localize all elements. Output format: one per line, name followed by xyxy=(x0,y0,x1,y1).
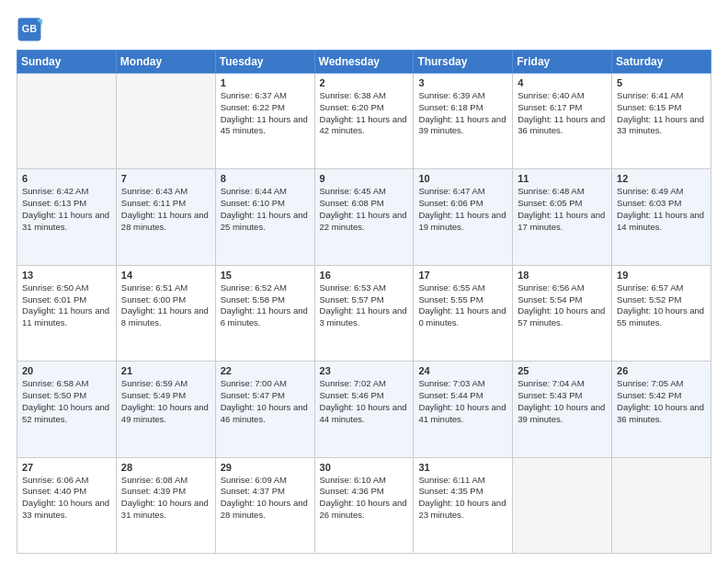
calendar-week-2: 6Sunrise: 6:42 AMSunset: 6:13 PMDaylight… xyxy=(17,169,711,265)
calendar-cell: 16Sunrise: 6:53 AMSunset: 5:57 PMDayligh… xyxy=(314,265,414,361)
sunrise-text: Sunrise: 6:50 AM xyxy=(22,282,111,294)
calendar-header-thursday: Thursday xyxy=(414,51,513,74)
calendar-cell: 15Sunrise: 6:52 AMSunset: 5:58 PMDayligh… xyxy=(215,265,314,361)
day-number: 2 xyxy=(320,77,409,88)
calendar-header-sunday: Sunday xyxy=(17,51,117,74)
calendar-cell: 13Sunrise: 6:50 AMSunset: 6:01 PMDayligh… xyxy=(17,265,117,361)
sunrise-text: Sunrise: 6:55 AM xyxy=(418,282,507,294)
sunset-text: Sunset: 6:15 PM xyxy=(617,102,706,114)
daylight-text: Daylight: 10 hours and 41 minutes. xyxy=(418,402,507,426)
sunrise-text: Sunrise: 7:05 AM xyxy=(617,378,706,390)
daylight-text: Daylight: 11 hours and 28 minutes. xyxy=(121,210,210,234)
sunrise-text: Sunrise: 6:06 AM xyxy=(22,475,111,487)
day-number: 7 xyxy=(121,173,210,184)
sunrise-text: Sunrise: 6:45 AM xyxy=(320,186,409,198)
calendar-week-1: 1Sunrise: 6:37 AMSunset: 6:22 PMDaylight… xyxy=(17,74,711,169)
daylight-text: Daylight: 11 hours and 6 minutes. xyxy=(221,305,310,329)
daylight-text: Daylight: 11 hours and 17 minutes. xyxy=(518,210,607,234)
calendar-cell: 5Sunrise: 6:41 AMSunset: 6:15 PMDaylight… xyxy=(612,74,711,169)
logo-icon: GB xyxy=(17,17,42,42)
day-number: 18 xyxy=(518,270,607,281)
day-number: 12 xyxy=(617,173,706,184)
calendar-week-4: 20Sunrise: 6:58 AMSunset: 5:50 PMDayligh… xyxy=(17,362,711,457)
daylight-text: Daylight: 11 hours and 31 minutes. xyxy=(22,210,111,234)
calendar-cell: 7Sunrise: 6:43 AMSunset: 6:11 PMDaylight… xyxy=(116,169,215,265)
sunrise-text: Sunrise: 6:57 AM xyxy=(617,282,706,294)
sunset-text: Sunset: 5:43 PM xyxy=(518,390,607,402)
sunset-text: Sunset: 5:58 PM xyxy=(221,294,310,306)
sunrise-text: Sunrise: 7:00 AM xyxy=(221,378,310,390)
sunset-text: Sunset: 6:06 PM xyxy=(418,198,507,210)
sunrise-text: Sunrise: 6:48 AM xyxy=(518,186,607,198)
daylight-text: Daylight: 11 hours and 22 minutes. xyxy=(320,210,409,234)
day-number: 25 xyxy=(518,365,607,376)
day-number: 19 xyxy=(617,270,706,281)
calendar-cell xyxy=(612,457,711,553)
calendar-cell: 31Sunrise: 6:11 AMSunset: 4:35 PMDayligh… xyxy=(414,457,513,553)
sunrise-text: Sunrise: 6:11 AM xyxy=(418,475,507,487)
daylight-text: Daylight: 10 hours and 55 minutes. xyxy=(617,305,706,329)
svg-text:GB: GB xyxy=(22,23,37,34)
calendar-cell: 19Sunrise: 6:57 AMSunset: 5:52 PMDayligh… xyxy=(612,265,711,361)
daylight-text: Daylight: 10 hours and 57 minutes. xyxy=(518,305,607,329)
sunrise-text: Sunrise: 6:43 AM xyxy=(121,186,210,198)
sunset-text: Sunset: 6:08 PM xyxy=(320,198,409,210)
calendar-cell: 25Sunrise: 7:04 AMSunset: 5:43 PMDayligh… xyxy=(513,362,612,457)
calendar-cell: 30Sunrise: 6:10 AMSunset: 4:36 PMDayligh… xyxy=(314,457,414,553)
sunrise-text: Sunrise: 6:08 AM xyxy=(121,475,210,487)
sunrise-text: Sunrise: 6:59 AM xyxy=(121,378,210,390)
sunrise-text: Sunrise: 6:52 AM xyxy=(221,282,310,294)
calendar-week-3: 13Sunrise: 6:50 AMSunset: 6:01 PMDayligh… xyxy=(17,265,711,361)
day-number: 8 xyxy=(221,173,310,184)
sunrise-text: Sunrise: 6:49 AM xyxy=(617,186,706,198)
sunset-text: Sunset: 4:36 PM xyxy=(320,486,409,498)
calendar-header-wednesday: Wednesday xyxy=(314,51,414,74)
sunset-text: Sunset: 5:44 PM xyxy=(418,390,507,402)
sunset-text: Sunset: 5:57 PM xyxy=(320,294,409,306)
calendar-header-row: SundayMondayTuesdayWednesdayThursdayFrid… xyxy=(17,51,711,74)
calendar-cell: 29Sunrise: 6:09 AMSunset: 4:37 PMDayligh… xyxy=(215,457,314,553)
calendar-cell: 28Sunrise: 6:08 AMSunset: 4:39 PMDayligh… xyxy=(116,457,215,553)
calendar-cell: 2Sunrise: 6:38 AMSunset: 6:20 PMDaylight… xyxy=(314,74,414,169)
daylight-text: Daylight: 11 hours and 25 minutes. xyxy=(221,210,310,234)
sunset-text: Sunset: 6:05 PM xyxy=(518,198,607,210)
daylight-text: Daylight: 11 hours and 42 minutes. xyxy=(320,114,409,138)
daylight-text: Daylight: 11 hours and 14 minutes. xyxy=(617,210,706,234)
daylight-text: Daylight: 10 hours and 31 minutes. xyxy=(121,498,210,522)
calendar-cell: 1Sunrise: 6:37 AMSunset: 6:22 PMDaylight… xyxy=(215,74,314,169)
day-number: 23 xyxy=(320,365,409,376)
calendar-header-tuesday: Tuesday xyxy=(215,51,314,74)
daylight-text: Daylight: 10 hours and 44 minutes. xyxy=(320,402,409,426)
sunrise-text: Sunrise: 6:09 AM xyxy=(221,475,310,487)
sunrise-text: Sunrise: 6:53 AM xyxy=(320,282,409,294)
sunrise-text: Sunrise: 6:44 AM xyxy=(221,186,310,198)
calendar-cell: 4Sunrise: 6:40 AMSunset: 6:17 PMDaylight… xyxy=(513,74,612,169)
day-number: 16 xyxy=(320,270,409,281)
sunset-text: Sunset: 4:39 PM xyxy=(121,486,210,498)
calendar-cell: 23Sunrise: 7:02 AMSunset: 5:46 PMDayligh… xyxy=(314,362,414,457)
day-number: 29 xyxy=(221,462,310,473)
calendar-cell: 10Sunrise: 6:47 AMSunset: 6:06 PMDayligh… xyxy=(414,169,513,265)
sunrise-text: Sunrise: 6:10 AM xyxy=(320,475,409,487)
day-number: 24 xyxy=(418,365,507,376)
day-number: 30 xyxy=(320,462,409,473)
calendar-cell: 26Sunrise: 7:05 AMSunset: 5:42 PMDayligh… xyxy=(612,362,711,457)
day-number: 14 xyxy=(121,270,210,281)
daylight-text: Daylight: 11 hours and 33 minutes. xyxy=(617,114,706,138)
calendar-table: SundayMondayTuesdayWednesdayThursdayFrid… xyxy=(17,50,711,554)
day-number: 20 xyxy=(22,365,111,376)
sunset-text: Sunset: 6:17 PM xyxy=(518,102,607,114)
sunset-text: Sunset: 5:52 PM xyxy=(617,294,706,306)
daylight-text: Daylight: 11 hours and 39 minutes. xyxy=(418,114,507,138)
day-number: 1 xyxy=(221,77,310,88)
sunset-text: Sunset: 6:11 PM xyxy=(121,198,210,210)
daylight-text: Daylight: 10 hours and 36 minutes. xyxy=(617,402,706,426)
daylight-text: Daylight: 11 hours and 8 minutes. xyxy=(121,305,210,329)
sunset-text: Sunset: 6:01 PM xyxy=(22,294,111,306)
sunrise-text: Sunrise: 6:39 AM xyxy=(418,90,507,102)
calendar-cell: 8Sunrise: 6:44 AMSunset: 6:10 PMDaylight… xyxy=(215,169,314,265)
day-number: 28 xyxy=(121,462,210,473)
sunset-text: Sunset: 5:49 PM xyxy=(121,390,210,402)
sunrise-text: Sunrise: 7:02 AM xyxy=(320,378,409,390)
day-number: 3 xyxy=(418,77,507,88)
